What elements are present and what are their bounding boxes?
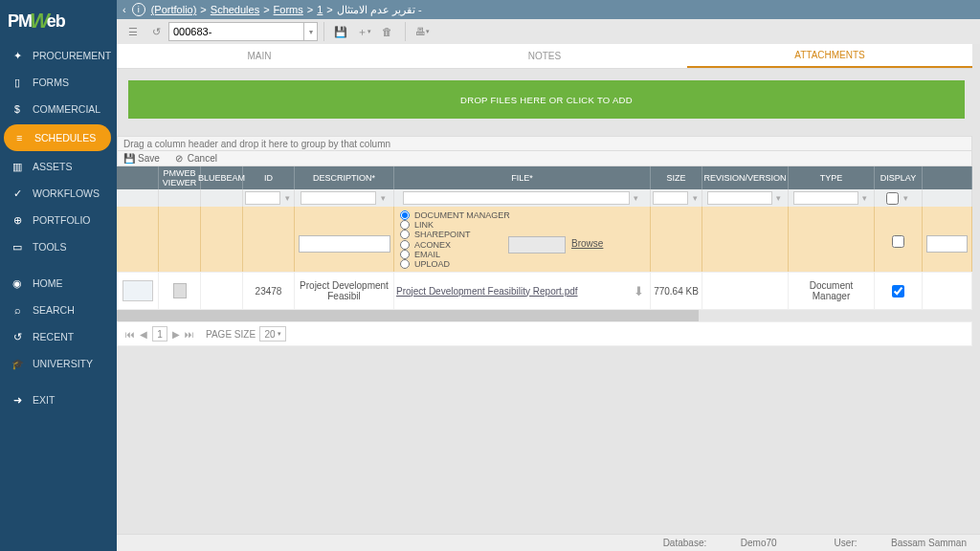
funnel-icon[interactable]: ▾	[690, 193, 700, 203]
hscrollbar[interactable]	[117, 310, 972, 321]
tab-main[interactable]: MAIN	[117, 44, 402, 68]
list-icon[interactable]: ☰	[122, 21, 144, 42]
radio-sharepoint[interactable]	[400, 230, 410, 239]
radio-email[interactable]	[400, 250, 410, 259]
print-icon[interactable]: 🖶▾	[412, 21, 433, 42]
back-chevron-icon[interactable]: ‹	[122, 4, 126, 15]
row-actions: 💾Save ⊘Cancel	[117, 151, 972, 166]
page-prev[interactable]: ◀	[137, 327, 150, 341]
nav-portfolio[interactable]: ⊕PORTFOLIO	[0, 207, 117, 233]
funnel-icon[interactable]: ▾	[632, 193, 641, 203]
edit-display-check[interactable]	[892, 235, 904, 248]
filter-file[interactable]	[403, 191, 630, 205]
cell-desc: Project Development Feasibil	[295, 273, 394, 309]
table-row: 23478 Project Development Feasibil Proje…	[117, 272, 972, 310]
col-revision[interactable]: REVISION/VERSION	[702, 166, 789, 189]
pager: ⏮ ◀ 1 ▶ ⏭ PAGE SIZE 20▾	[117, 321, 972, 346]
radio-upload[interactable]	[400, 259, 410, 269]
file-dropzone[interactable]: DROP FILES HERE OR CLICK TO ADD	[128, 80, 965, 119]
avatar-icon: ◉	[10, 276, 25, 291]
cell-type: Document Manager	[789, 273, 875, 309]
crumb-portfolio[interactable]: (Portfolio)	[151, 4, 197, 15]
page-size-select[interactable]: 20▾	[259, 326, 286, 342]
nav-schedules[interactable]: ≡SCHEDULES	[4, 124, 111, 151]
group-hint[interactable]: Drag a column header and drop it here to…	[117, 136, 972, 151]
nav-recent[interactable]: ↺RECENT	[0, 323, 117, 350]
funnel-icon[interactable]: ▾	[860, 193, 870, 203]
col-pmweb-viewer[interactable]: PMWEB VIEWER	[159, 166, 201, 189]
nav-university[interactable]: 🎓UNIVERSITY	[0, 350, 117, 377]
cancel-row-button[interactable]: ⊘Cancel	[173, 153, 217, 165]
edit-extra-input[interactable]	[926, 235, 967, 253]
nav-forms[interactable]: ▯FORMS	[0, 69, 117, 96]
page-last[interactable]: ⏭	[183, 327, 196, 341]
col-display[interactable]: DISPLAY	[875, 166, 923, 189]
sidebar: PMWeb ✦PROCUREMENT ▯FORMS $COMMERCIAL ≡S…	[0, 0, 117, 551]
status-bar: Database: Demo70 User: Bassam Samman	[117, 534, 980, 551]
file-link[interactable]: Project Development Feasibility Report.p…	[396, 286, 578, 297]
search-icon: ⌕	[10, 302, 25, 318]
pmweb-viewer-icon[interactable]	[173, 283, 187, 298]
filter-display[interactable]	[886, 192, 899, 205]
toolbox-icon: ▭	[10, 239, 25, 254]
col-id[interactable]: ID	[243, 166, 295, 189]
save-icon[interactable]: 💾	[330, 21, 351, 42]
app-logo: PMWeb	[0, 0, 117, 42]
filter-id[interactable]	[245, 191, 280, 205]
recent-icon: ↺	[10, 329, 25, 344]
nav-search[interactable]: ⌕SEARCH	[0, 297, 117, 323]
funnel-icon[interactable]: ▾	[378, 193, 388, 203]
schedule-icon: ≡	[11, 130, 27, 145]
info-icon[interactable]: i	[132, 3, 145, 16]
nav-home[interactable]: ◉HOME	[0, 270, 117, 297]
edit-desc-input[interactable]	[299, 235, 390, 253]
crumb-title: تقرير عدم الامتثال -	[337, 4, 422, 16]
nav-tools[interactable]: ▭TOOLS	[0, 233, 117, 260]
filter-type[interactable]	[793, 191, 858, 205]
display-check[interactable]	[892, 285, 904, 298]
filter-desc[interactable]	[301, 191, 376, 205]
tab-attachments[interactable]: ATTACHMENTS	[687, 44, 972, 68]
filter-rev[interactable]	[707, 191, 772, 205]
radio-document-manager[interactable]	[400, 210, 410, 220]
funnel-icon[interactable]: ▾	[282, 193, 292, 203]
col-bluebeam[interactable]: BLUEBEAM	[201, 166, 243, 189]
history-icon[interactable]: ↺	[145, 21, 167, 42]
crumb-forms[interactable]: Forms	[274, 4, 303, 15]
col-description[interactable]: DESCRIPTION*	[295, 166, 394, 189]
record-select[interactable]	[168, 22, 304, 41]
cell-size: 770.64 KB	[651, 273, 702, 309]
radio-link[interactable]	[400, 220, 410, 230]
col-file[interactable]: FILE*	[394, 166, 651, 189]
browse-link[interactable]: Browse	[571, 238, 603, 249]
funnel-icon[interactable]: ▾	[901, 193, 910, 203]
funnel-icon[interactable]: ▾	[774, 193, 784, 203]
browse-field[interactable]	[508, 236, 566, 253]
tab-notes[interactable]: NOTES	[402, 44, 687, 68]
download-icon[interactable]: ⬇	[634, 284, 644, 298]
save-row-button[interactable]: 💾Save	[123, 153, 160, 165]
bulb-icon: ✦	[10, 48, 25, 63]
col-type[interactable]: TYPE	[789, 166, 875, 189]
toolbar: ☰ ↺ ▾ 💾 ＋▾ 🗑 🖶▾	[117, 19, 980, 44]
thumbnail[interactable]	[122, 280, 153, 301]
page-first[interactable]: ⏮	[123, 327, 137, 341]
radio-aconex[interactable]	[400, 240, 410, 250]
nav-commercial[interactable]: $COMMERCIAL	[0, 96, 117, 122]
crumb-record[interactable]: 1	[317, 4, 323, 15]
record-dropdown[interactable]: ▾	[304, 22, 318, 41]
delete-icon[interactable]: 🗑	[376, 21, 397, 42]
page-next[interactable]: ▶	[169, 327, 183, 341]
filter-size[interactable]	[653, 191, 688, 205]
page-number[interactable]: 1	[152, 326, 167, 342]
exit-icon: ➜	[10, 392, 25, 408]
nav-procurement[interactable]: ✦PROCUREMENT	[0, 42, 117, 69]
nav-exit[interactable]: ➜EXIT	[0, 386, 117, 413]
nav-assets[interactable]: ▥ASSETS	[0, 153, 117, 180]
col-size[interactable]: SIZE	[651, 166, 702, 189]
table-header: PMWEB VIEWER BLUEBEAM ID DESCRIPTION* FI…	[117, 166, 972, 189]
add-icon[interactable]: ＋▾	[353, 21, 374, 42]
edit-row: DOCUMENT MANAGER LINK SHAREPOINT ACONEX …	[117, 207, 972, 272]
crumb-schedules[interactable]: Schedules	[211, 4, 259, 15]
nav-workflows[interactable]: ✓WORKFLOWS	[0, 180, 117, 207]
